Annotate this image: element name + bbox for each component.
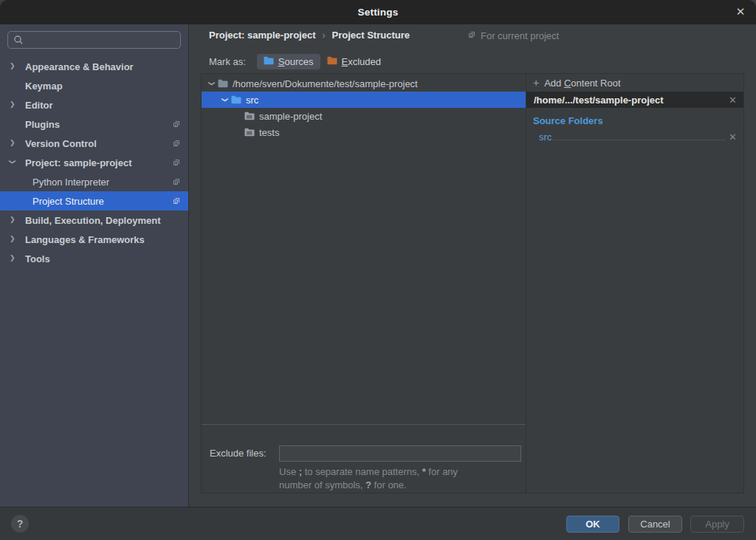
remove-source-folder-icon[interactable]: ✕ — [729, 131, 737, 143]
sidebar-item-project-structure[interactable]: Project Structure — [0, 191, 188, 211]
sidebar-item-label: Project: sample-project — [25, 157, 132, 168]
mark-sources-button[interactable]: Sources — [257, 54, 320, 69]
sidebar-item-plugins[interactable]: Plugins — [0, 115, 188, 134]
title-bar: Settings ✕ — [0, 0, 756, 24]
per-project-icon — [172, 139, 181, 150]
content-roots-column: + Add Content Root /home/.../test/sample… — [526, 74, 743, 493]
chevron-right-icon[interactable]: ❯ — [10, 235, 18, 242]
breadcrumb-page: Project Structure — [332, 30, 410, 41]
per-project-icon — [467, 30, 476, 41]
content-root-path: /home/.../test/sample-project — [534, 95, 664, 106]
dialog-footer: ? OK Cancel Apply — [0, 507, 756, 540]
search-box — [7, 31, 181, 49]
settings-dialog: { "window": { "title": "Settings", "clos… — [0, 0, 756, 540]
tree-row-content-root[interactable]: ❯ /home/sven/Dokumente/test/sample-proje… — [202, 75, 526, 92]
tree-row-label: /home/sven/Dokumente/test/sample-project — [233, 78, 418, 89]
per-project-icon — [172, 158, 181, 169]
breadcrumb-separator-icon: › — [323, 30, 326, 41]
chevron-down-icon[interactable]: ❯ — [206, 80, 218, 87]
tree-row-label: sample-project — [259, 111, 322, 122]
per-project-icon — [172, 120, 181, 131]
chevron-right-icon[interactable]: ❯ — [10, 139, 18, 146]
mark-sources-label: Sources — [278, 56, 314, 67]
chevron-right-icon[interactable]: ❯ — [10, 254, 18, 262]
dialog-title: Settings — [358, 7, 399, 18]
tree-row-sample-project[interactable]: sample-project — [202, 108, 526, 124]
exclude-files-label: Exclude files: — [210, 448, 267, 459]
sidebar-item-keymap[interactable]: Keymap — [0, 76, 188, 95]
folder-icon — [244, 112, 255, 120]
sidebar-item-python-interpreter[interactable]: Python Interpreter — [0, 172, 188, 191]
mark-excluded-label: Excluded — [342, 56, 381, 67]
sidebar-item-label: Appearance & Behavior — [25, 61, 134, 72]
tree-row-tests[interactable]: tests — [202, 124, 526, 140]
sidebar-item-label: Project Structure — [32, 196, 104, 207]
source-folders-heading: Source Folders — [533, 115, 743, 126]
sidebar-item-label: Keymap — [25, 81, 63, 92]
dotted-leader — [553, 140, 725, 140]
per-project-icon — [172, 196, 181, 208]
mark-excluded-button[interactable]: Excluded — [320, 54, 388, 69]
source-folder-name[interactable]: src — [539, 131, 551, 143]
content-root-row[interactable]: /home/.../test/sample-project ✕ — [526, 92, 743, 108]
close-icon[interactable]: ✕ — [733, 4, 748, 19]
sidebar-item-label: Version Control — [25, 138, 97, 149]
folder-sources-icon — [264, 56, 274, 67]
file-tree: ❯ /home/sven/Dokumente/test/sample-proje… — [202, 74, 526, 424]
settings-sidebar: ❯ Appearance & Behavior Keymap ❯ Editor … — [0, 24, 189, 507]
per-project-icon — [172, 177, 181, 188]
sidebar-item-version-control[interactable]: ❯ Version Control — [0, 134, 188, 153]
chevron-right-icon[interactable]: ❯ — [10, 62, 18, 69]
sidebar-item-editor[interactable]: ❯ Editor — [0, 95, 188, 115]
sidebar-item-label: Tools — [25, 253, 50, 264]
sidebar-item-label: Python Interpreter — [32, 177, 109, 188]
sidebar-item-project-sample-project[interactable]: ❯ Project: sample-project — [0, 153, 188, 172]
settings-nav: ❯ Appearance & Behavior Keymap ❯ Editor … — [0, 57, 188, 268]
apply-button: Apply — [690, 516, 744, 533]
sidebar-item-label: Editor — [25, 100, 53, 111]
tree-row-label: tests — [259, 127, 279, 138]
sidebar-item-label: Build, Execution, Deployment — [25, 215, 160, 226]
remove-content-root-icon[interactable]: ✕ — [729, 95, 737, 106]
exclude-files-hint-line1: Use ; to separate name patterns, * for a… — [279, 465, 458, 479]
breadcrumb: Project: sample-project › Project Struct… — [209, 30, 410, 41]
chevron-right-icon[interactable]: ❯ — [10, 100, 18, 108]
tree-row-label: src — [246, 95, 258, 106]
ok-button[interactable]: OK — [566, 516, 619, 533]
content-tree-column: ❯ /home/sven/Dokumente/test/sample-proje… — [202, 74, 526, 493]
add-content-root-label: Add Content Root — [544, 78, 620, 89]
chevron-down-icon[interactable]: ❯ — [219, 96, 231, 103]
chevron-right-icon[interactable]: ❯ — [10, 216, 18, 223]
exclude-files-input[interactable] — [279, 445, 521, 462]
tree-row-src[interactable]: ❯ src — [202, 92, 526, 108]
plus-icon: + — [533, 78, 539, 88]
sidebar-item-appearance-behavior[interactable]: ❯ Appearance & Behavior — [0, 57, 188, 76]
mark-as-toolbar: Mark as: Sources Excluded — [209, 54, 388, 69]
folder-source-icon — [231, 95, 241, 104]
mark-as-label: Mark as: — [209, 56, 246, 67]
exclude-files-section: Exclude files: Use ; to separate name pa… — [202, 424, 526, 493]
breadcrumb-project[interactable]: Project: sample-project — [209, 30, 316, 41]
folder-excluded-icon — [327, 56, 337, 67]
sidebar-item-languages-frameworks[interactable]: ❯ Languages & Frameworks — [0, 230, 188, 249]
scope-note: For current project — [467, 30, 559, 41]
search-input[interactable] — [7, 31, 181, 49]
source-folder-row[interactable]: src ✕ — [539, 129, 737, 143]
exclude-files-hint-line2: number of symbols, ? for one. — [279, 479, 407, 492]
folder-icon — [218, 79, 228, 88]
cancel-button[interactable]: Cancel — [628, 516, 682, 533]
help-button[interactable]: ? — [11, 515, 29, 533]
sidebar-item-label: Languages & Frameworks — [25, 234, 145, 245]
sidebar-item-label: Plugins — [25, 119, 60, 130]
scope-note-label: For current project — [481, 30, 559, 41]
chevron-down-icon[interactable]: ❯ — [10, 158, 18, 165]
folder-icon — [244, 128, 255, 137]
sidebar-item-build-execution-deployment[interactable]: ❯ Build, Execution, Deployment — [0, 211, 188, 230]
search-icon — [13, 35, 24, 47]
sidebar-item-tools[interactable]: ❯ Tools — [0, 249, 188, 268]
project-structure-panel: ❯ /home/sven/Dokumente/test/sample-proje… — [201, 73, 744, 493]
add-content-root-button[interactable]: + Add Content Root — [526, 74, 743, 92]
